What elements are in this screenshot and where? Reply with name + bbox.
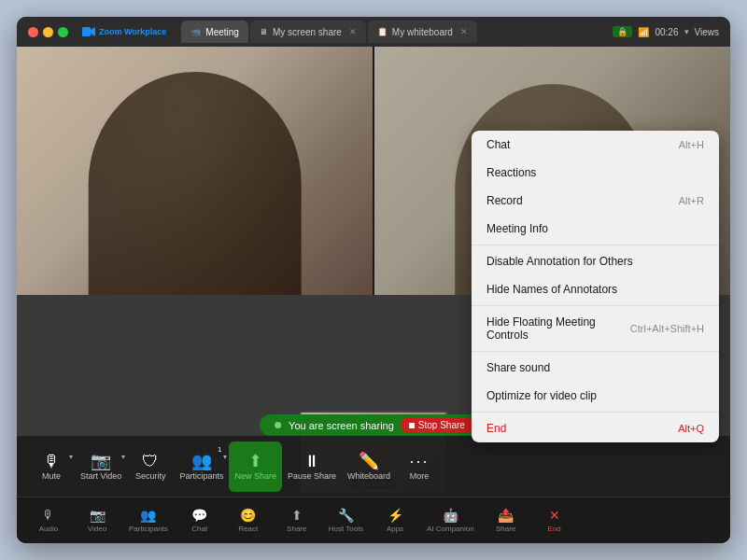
close-window-button[interactable] [28, 27, 38, 37]
pause-share-label: Pause Share [288, 471, 336, 481]
mute-button[interactable]: 🎙 Mute ▾ [28, 441, 75, 492]
apps-icon: ⚡ [388, 508, 403, 523]
record-label: Record [486, 194, 523, 207]
pause-share-button[interactable]: ⏸ Pause Share [282, 441, 342, 492]
menu-divider-4 [472, 412, 719, 413]
end-button[interactable]: ✕ End [530, 499, 579, 542]
app-logo: Zoom Workplace [81, 24, 166, 39]
tab-screen-share-label: My screen share [273, 27, 342, 37]
tab-screen-share[interactable]: 🖥 My screen share ✕ [250, 21, 366, 43]
share-button[interactable]: ⬆ Share [273, 499, 321, 542]
mute-chevron-icon[interactable]: ▾ [69, 453, 73, 461]
video-toggle-button[interactable]: 📷 Video [73, 499, 121, 542]
participants-bottom-label: Participants [129, 525, 168, 533]
tab-whiteboard-close[interactable]: ✕ [460, 27, 468, 36]
share2-button[interactable]: 📤 Share [482, 499, 530, 542]
title-bar: Zoom Workplace 📹 Meeting 🖥 My screen sha… [17, 17, 730, 47]
apps-button[interactable]: ⚡ Apps [371, 499, 419, 542]
pause-icon: ⏸ [303, 453, 320, 469]
meeting-timer: 00:26 [655, 27, 678, 37]
more-label: More [410, 471, 430, 481]
microphone-icon: 🎙 [43, 453, 60, 469]
video-area: Lee Hahn You are screen sharing Stop Sha… [17, 47, 730, 543]
menu-item-share-sound[interactable]: Share sound [472, 354, 719, 382]
menu-item-optimize-video[interactable]: Optimize for video clip [472, 382, 719, 410]
screen-share-tab-icon: 🖥 [260, 27, 268, 36]
chat-bottom-label: Chat [191, 525, 207, 533]
audio-button[interactable]: 🎙 Audio [24, 499, 73, 542]
ai-companion-button[interactable]: 🤖 AI Companion [419, 499, 482, 542]
disable-annotation-label: Disable Annotation for Others [486, 255, 633, 268]
minimize-window-button[interactable] [43, 27, 53, 37]
participants-icon: 👥 [191, 453, 212, 469]
menu-item-record[interactable]: Record Alt+R [472, 187, 719, 215]
menu-item-hide-floating[interactable]: Hide Floating Meeting Controls Ctrl+Alt+… [472, 308, 719, 349]
host-tools-label: Host Tools [329, 525, 363, 533]
chat-label: Chat [486, 138, 510, 151]
shield-icon: 🛡 [142, 453, 159, 469]
more-button[interactable]: ··· More [396, 441, 443, 492]
react-label: React [238, 525, 258, 533]
stop-icon [409, 423, 415, 428]
svg-rect-0 [82, 27, 91, 36]
chat-icon: 💬 [191, 508, 207, 523]
participants-button[interactable]: 👥 Participants ▾ 1 [174, 441, 229, 492]
participants-chevron-icon[interactable]: ▾ [223, 453, 227, 461]
network-icon: 📶 [638, 27, 649, 37]
bottom-toolbar: 🎙 Audio 📷 Video 👥 Participants 💬 Chat 😊 … [17, 497, 730, 543]
svg-marker-1 [91, 27, 95, 36]
app-window: Zoom Workplace 📹 Meeting 🖥 My screen sha… [17, 17, 730, 543]
screen-sharing-banner: You are screen sharing Stop Share [260, 414, 487, 436]
whiteboard-label: Whiteboard [347, 471, 390, 481]
start-video-button[interactable]: 📷 Start Video ▾ [75, 441, 127, 492]
mute-label: Mute [42, 471, 61, 481]
security-button[interactable]: 🛡 Security [127, 441, 174, 492]
new-share-label: New Share [234, 471, 276, 481]
whiteboard-tab-icon: 📋 [377, 27, 388, 36]
react-icon: 😊 [240, 508, 256, 523]
stop-share-label: Stop Share [418, 420, 465, 430]
video-toggle-icon: 📷 [90, 508, 106, 523]
tab-whiteboard[interactable]: 📋 My whiteboard ✕ [368, 21, 477, 43]
tab-meeting-label: Meeting [205, 27, 239, 37]
share2-icon: 📤 [498, 508, 514, 523]
host-tools-button[interactable]: 🔧 Host Tools [321, 499, 371, 542]
hide-floating-label: Hide Floating Meeting Controls [486, 315, 630, 342]
meeting-info-label: Meeting Info [486, 222, 548, 235]
menu-item-reactions[interactable]: Reactions [472, 159, 719, 187]
whiteboard-button[interactable]: ✏️ Whiteboard [342, 441, 396, 492]
hide-names-label: Hide Names of Annotators [486, 283, 617, 296]
screen-sharing-text: You are screen sharing [289, 420, 394, 431]
end-bottom-label: End [548, 525, 561, 533]
menu-item-hide-names[interactable]: Hide Names of Annotators [472, 275, 719, 303]
react-button[interactable]: 😊 React [224, 499, 273, 542]
apps-label: Apps [387, 525, 403, 533]
video-toggle-label: Video [88, 525, 106, 533]
menu-item-end[interactable]: End Alt+Q [472, 414, 719, 442]
menu-item-meeting-info[interactable]: Meeting Info [472, 215, 719, 243]
menu-item-disable-annotation[interactable]: Disable Annotation for Others [472, 247, 719, 275]
ai-companion-icon: 🤖 [443, 508, 458, 523]
host-tools-icon: 🔧 [338, 508, 354, 523]
share-label: Share [287, 525, 306, 533]
video-feed-left [17, 47, 373, 295]
chat-button[interactable]: 💬 Chat [176, 499, 224, 542]
new-share-button[interactable]: ⬆ New Share [229, 441, 282, 492]
chat-shortcut: Alt+H [679, 139, 704, 150]
views-button[interactable]: Views [695, 27, 720, 37]
end-shortcut: Alt+Q [678, 423, 704, 434]
sharing-indicator [275, 422, 281, 428]
stop-share-button[interactable]: Stop Share [402, 418, 472, 432]
tab-screen-share-close[interactable]: ✕ [349, 27, 357, 36]
menu-item-chat[interactable]: Chat Alt+H [472, 131, 719, 159]
audio-icon: 🎙 [42, 508, 55, 523]
participants-bottom-button[interactable]: 👥 Participants [121, 499, 176, 542]
menu-divider-2 [472, 305, 719, 306]
more-icon: ··· [410, 453, 430, 469]
chevron-down-icon[interactable]: ▾ [684, 27, 689, 36]
video-chevron-icon[interactable]: ▾ [121, 453, 125, 461]
maximize-window-button[interactable] [58, 27, 68, 37]
tab-meeting[interactable]: 📹 Meeting [181, 21, 248, 43]
share2-label: Share [496, 525, 515, 533]
main-toolbar: 🎙 Mute ▾ 📷 Start Video ▾ 🛡 Security 👥 Pa… [17, 436, 730, 497]
